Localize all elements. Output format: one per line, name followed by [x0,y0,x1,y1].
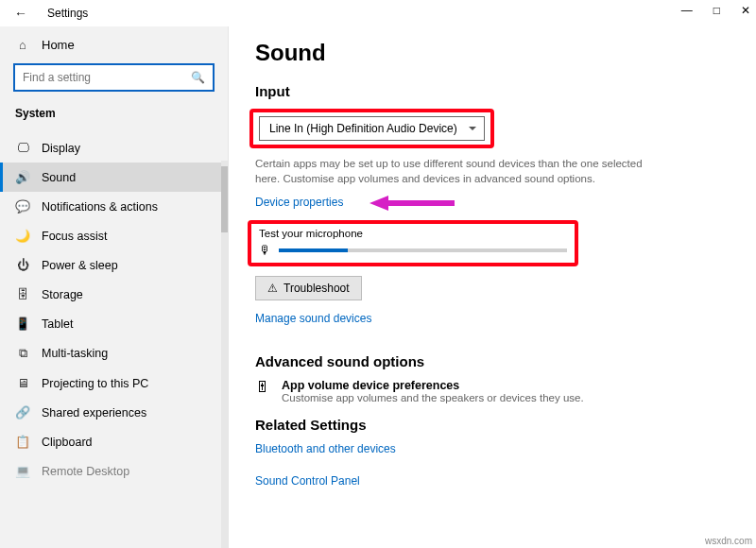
home-link[interactable]: ⌂ Home [0,32,228,61]
arrow-annotation [369,196,455,211]
sidebar-item-label: Display [42,142,80,155]
troubleshoot-label: Troubleshoot [284,282,350,295]
clipboard-icon: 📋 [15,435,30,449]
sound-icon: 🔊 [15,170,30,184]
home-label: Home [42,38,75,52]
troubleshoot-button[interactable]: ⚠ Troubleshoot [255,276,362,300]
input-hint: Certain apps may be set up to use differ… [255,156,662,186]
microphone-icon: 🎙 [259,243,271,257]
sidebar-item-label: Storage [42,288,83,301]
maximize-icon[interactable]: □ [713,4,720,17]
home-icon: ⌂ [15,38,30,52]
page-title: Sound [255,40,730,66]
dropdown-value: Line In (High Definition Audio Device) [269,122,457,135]
advanced-heading: Advanced sound options [255,353,730,369]
focus-icon: 🌙 [15,229,30,243]
sidebar-item-display[interactable]: 🖵 Display [0,133,228,163]
nav-list: 🖵 Display 🔊 Sound 💬 Notifications & acti… [0,133,228,486]
projecting-icon: 🖥 [15,376,30,390]
sidebar-item-clipboard[interactable]: 📋 Clipboard [0,427,228,456]
sidebar-item-sound[interactable]: 🔊 Sound [0,163,228,192]
watermark: wsxdn.com [705,536,752,546]
input-device-dropdown[interactable]: Line In (High Definition Audio Device) [259,116,485,141]
search-input[interactable]: 🔍 [13,63,215,92]
sidebar-item-label: Focus assist [42,230,107,243]
related-bluetooth-link[interactable]: Bluetooth and other devices [255,442,396,455]
device-properties-link[interactable]: Device properties [255,196,343,209]
search-icon: 🔍 [191,71,205,84]
window-title: Settings [47,7,88,20]
mic-level-bar [279,248,567,252]
search-field[interactable] [23,71,191,84]
display-icon: 🖵 [15,141,30,155]
power-icon: ⏻ [15,258,30,272]
warning-icon: ⚠ [267,282,278,295]
sidebar-item-label: Shared experiences [42,406,146,420]
shared-icon: 🔗 [15,405,30,420]
sidebar-item-label: Sound [42,171,76,184]
sidebar-item-label: Power & sleep [42,259,118,272]
related-heading: Related Settings [255,417,730,433]
scrollbar-thumb[interactable] [221,166,228,232]
adv-title: App volume device preferences [282,379,584,392]
sidebar-item-notifications[interactable]: 💬 Notifications & actions [0,192,228,221]
sidebar-item-label: Projecting to this PC [42,377,148,390]
sliders-icon: 🎚 [255,379,270,396]
sidebar-item-label: Multi-tasking [42,347,108,360]
main-panel: Sound Input Line In (High Definition Aud… [229,26,756,548]
sidebar-item-shared[interactable]: 🔗 Shared experiences [0,398,228,427]
sidebar-item-label: Notifications & actions [42,200,158,214]
storage-icon: 🗄 [15,287,30,301]
sidebar-item-remote[interactable]: 💻 Remote Desktop [0,456,228,486]
sidebar-item-label: Clipboard [42,436,93,449]
callout-test-mic: Test your microphone 🎙 [248,220,578,266]
multitasking-icon: ⧉ [15,346,30,361]
sidebar-item-focus-assist[interactable]: 🌙 Focus assist [0,221,228,250]
sidebar-item-tablet[interactable]: 📱 Tablet [0,309,228,338]
minimize-icon[interactable]: — [681,4,693,17]
back-icon[interactable]: ← [11,6,30,21]
close-icon[interactable]: ✕ [741,4,750,17]
input-heading: Input [255,83,730,99]
app-volume-pref[interactable]: 🎚 App volume device preferences Customis… [255,379,730,403]
sidebar-item-storage[interactable]: 🗄 Storage [0,280,228,309]
sidebar-item-label: Tablet [42,317,73,331]
manage-devices-link[interactable]: Manage sound devices [255,312,371,325]
test-mic-label: Test your microphone [259,228,567,239]
callout-input-device: Line In (High Definition Audio Device) [249,109,494,148]
svg-marker-0 [369,196,455,211]
sidebar: ⌂ Home 🔍 System 🖵 Display 🔊 Sound 💬 Noti… [0,26,229,548]
sidebar-item-power[interactable]: ⏻ Power & sleep [0,250,228,280]
mic-level-fill [279,248,348,252]
titlebar: ← Settings [0,0,756,26]
sidebar-item-label: Remote Desktop [42,465,129,478]
sidebar-item-projecting[interactable]: 🖥 Projecting to this PC [0,368,228,398]
remote-icon: 💻 [15,464,30,478]
related-sound-panel-link[interactable]: Sound Control Panel [255,474,360,488]
notifications-icon: 💬 [15,199,30,214]
adv-sub: Customise app volumes and the speakers o… [282,392,584,403]
sidebar-scrollbar[interactable] [221,161,228,548]
tablet-icon: 📱 [15,317,30,331]
window-controls: — □ ✕ [681,4,750,17]
sidebar-item-multitasking[interactable]: ⧉ Multi-tasking [0,338,228,368]
category-label: System [0,101,228,129]
